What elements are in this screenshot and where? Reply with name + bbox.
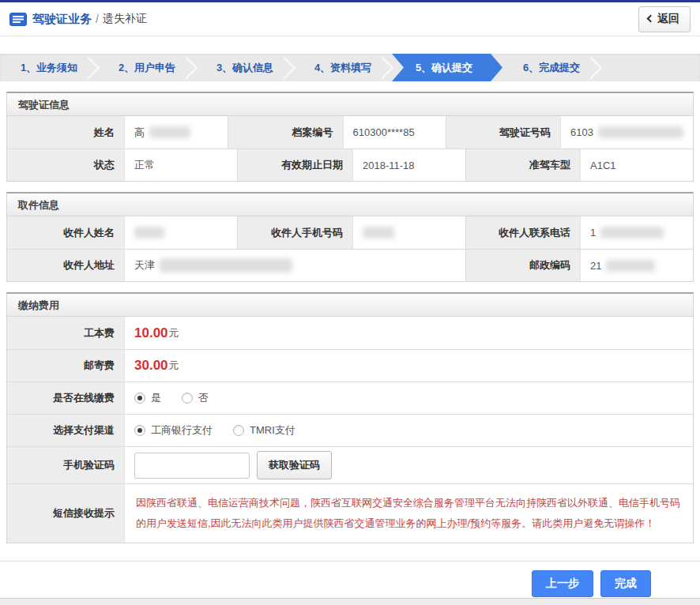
breadcrumb-current: 遗失补证 [103,12,147,26]
radio-channel-icbc[interactable] [134,425,145,436]
back-button[interactable]: 返回 [638,6,691,32]
name-label: 姓名 [7,116,124,148]
production-fee-amount: 10.00 [134,325,168,341]
fee-unit: 元 [169,326,179,340]
step-5-confirm-submit-active: 5、确认提交 [392,54,502,81]
radio-online-yes-label[interactable]: 是 [151,391,161,405]
section-license-info: 驾驶证信息 姓名 高 档案编号 610300****85 驾驶证号码 6103 … [6,92,694,182]
license-services-icon [9,13,27,26]
step-2-user-declaration: 2、用户申告 [98,54,196,81]
vehicle-class-value-text: A1C1 [590,160,616,171]
radio-channel-tmri-label[interactable]: TMRI支付 [250,423,295,438]
license-no-value-text: 6103 [570,126,593,138]
page-title: 驾驶证业务 [32,12,92,27]
payment-channel-label: 选择支付渠道 [7,414,124,446]
sms-code-label: 手机验证码 [7,446,124,483]
fee-row-payment-channel: 选择支付渠道 工商银行支付 TMRI支付 [7,414,693,446]
license-row-2: 状态 正常 有效期止日期 2018-11-18 准驾车型 A1C1 [7,148,693,181]
radio-online-no-label[interactable]: 否 [198,391,209,405]
name-value: 高 [124,116,228,148]
breadcrumb-separator: / [96,13,99,25]
fee-row-postage: 邮寄费 30.00 元 [7,349,693,381]
radio-online-yes[interactable] [134,393,145,404]
online-payment-options: 是 否 [124,381,693,414]
redacted-blur [598,126,683,138]
vehicle-class-label: 准驾车型 [465,148,580,181]
step-label: 4、资料填写 [314,61,371,75]
fee-row-online-payment: 是否在线缴费 是 否 [7,381,693,414]
redacted-blur [600,227,664,239]
radio-channel-icbc-label[interactable]: 工商银行支付 [151,423,213,438]
recipient-address-value: 天津 [124,249,465,281]
section-license-title: 驾驶证信息 [7,93,693,116]
online-payment-label: 是否在线缴费 [7,381,124,414]
horizontal-scrollbar[interactable] [0,598,700,605]
recipient-phone-label: 收件人联系电话 [465,216,580,249]
recipient-name-label: 收件人姓名 [7,216,124,249]
license-no-value: 6103 [560,116,693,148]
redacted-blur [363,227,394,239]
recipient-address-label: 收件人地址 [7,249,124,281]
status-label: 状态 [7,148,124,181]
step-label: 5、确认提交 [416,61,472,75]
section-delivery-info: 取件信息 收件人姓名 收件人手机号码 收件人联系电话 1 收件人地址 天津 邮政… [6,192,694,282]
step-bar-filler [600,54,700,81]
recipient-mobile-value [352,216,465,249]
expiry-value: 2018-11-18 [352,148,465,181]
section-delivery-title: 取件信息 [7,194,693,216]
status-value: 正常 [124,148,237,181]
expiry-label: 有效期止日期 [237,148,352,181]
wizard-step-bar: 1、业务须知 2、用户申告 3、确认信息 4、资料填写 5、确认提交 6、完成提… [0,54,700,81]
step-6-complete-submit: 6、完成提交 [502,54,600,81]
license-row-1: 姓名 高 档案编号 610300****85 驾驶证号码 6103 [7,116,693,148]
recipient-address-value-text: 天津 [134,258,155,272]
sms-notice-label: 短信接收提示 [7,483,124,543]
status-value-text: 正常 [134,158,155,172]
section-fees: 缴纳费用 工本费 10.00 元 邮寄费 30.00 元 是否在线缴费 是 否 … [6,292,694,543]
fee-row-sms-code: 手机验证码 获取验证码 [7,446,693,483]
step-4-fill-materials: 4、资料填写 [294,54,392,81]
sms-code-controls: 获取验证码 [124,446,693,483]
recipient-phone-value-text: 1 [590,227,596,239]
payment-channel-options: 工商银行支付 TMRI支付 [124,414,693,446]
recipient-name-value [124,216,237,249]
recipient-mobile-label: 收件人手机号码 [237,216,352,249]
step-label: 1、业务须知 [21,61,77,75]
license-no-label: 驾驶证号码 [446,116,560,148]
finish-button[interactable]: 完成 [600,570,651,597]
production-fee-label: 工本费 [7,317,124,349]
step-label: 6、完成提交 [523,61,580,75]
back-button-label: 返回 [657,12,679,26]
redacted-blur [606,260,655,272]
previous-step-button[interactable]: 上一步 [532,570,593,597]
postal-code-label: 邮政编码 [465,249,580,281]
postal-code-value: 21 [580,249,693,281]
production-fee-value: 10.00 元 [124,317,693,349]
radio-online-no[interactable] [182,393,193,404]
expiry-value-text: 2018-11-18 [363,160,415,171]
page-header: 驾驶证业务 / 遗失补证 返回 [0,2,700,36]
step-label: 2、用户申告 [119,61,175,75]
redacted-blur [149,126,190,138]
fee-row-production: 工本费 10.00 元 [7,317,693,349]
file-no-label: 档案编号 [228,116,343,148]
fee-unit: 元 [169,359,179,373]
name-value-text: 高 [134,126,145,140]
delivery-row-2: 收件人地址 天津 邮政编码 21 [7,249,693,281]
radio-channel-tmri[interactable] [233,425,244,436]
postage-fee-amount: 30.00 [134,358,168,374]
redacted-blur [160,258,292,272]
sms-code-input[interactable] [134,453,250,479]
recipient-phone-value: 1 [580,216,693,249]
step-3-confirm-info: 3、确认信息 [196,54,294,81]
vehicle-class-value: A1C1 [580,148,693,181]
postage-fee-value: 30.00 元 [124,349,693,381]
sms-notice-text: 因陕西省联通、电信运营商技术问题，陕西省互联网交通安全综合服务管理平台无法向持陕… [124,483,693,543]
fee-row-sms-notice: 短信接收提示 因陕西省联通、电信运营商技术问题，陕西省互联网交通安全综合服务管理… [7,483,693,543]
get-code-button[interactable]: 获取验证码 [257,451,332,479]
postage-fee-label: 邮寄费 [7,349,124,381]
step-label: 3、确认信息 [216,61,273,75]
chevron-left-icon [647,15,655,23]
section-fees-title: 缴纳费用 [7,294,693,317]
step-1-business-notice: 1、业务须知 [0,54,98,81]
